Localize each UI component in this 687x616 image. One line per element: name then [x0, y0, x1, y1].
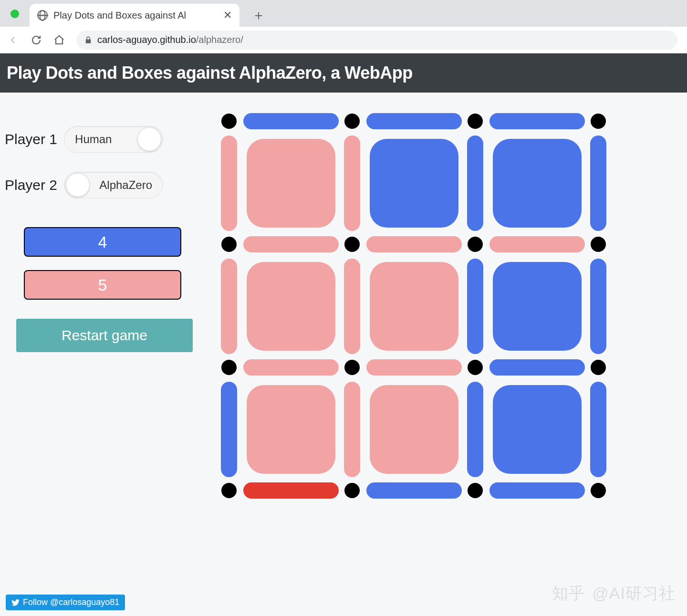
dot-1-0 — [221, 237, 237, 252]
reload-button[interactable] — [27, 31, 46, 50]
player2-toggle-text: AlphaZero — [99, 178, 152, 192]
edge-h-0-0[interactable] — [243, 113, 339, 129]
box-2-0 — [247, 385, 335, 474]
new-tab-button[interactable]: ＋ — [249, 6, 268, 25]
player2-label: Player 2 — [5, 177, 57, 193]
dot-1-3 — [591, 237, 606, 252]
url-host: carlos-aguayo.github.io — [97, 34, 196, 45]
edge-h-3-1[interactable] — [366, 482, 462, 499]
edge-h-1-1[interactable] — [366, 236, 462, 252]
home-button[interactable] — [50, 31, 69, 50]
dot-2-0 — [221, 360, 237, 375]
edge-v-0-0[interactable] — [221, 136, 237, 231]
dot-1-1 — [344, 237, 360, 252]
edge-v-0-2[interactable] — [467, 136, 483, 231]
url-path: /alphazero/ — [196, 34, 243, 45]
edge-v-2-0[interactable] — [221, 382, 237, 477]
score-player2: 5 — [24, 270, 181, 300]
box-2-2 — [493, 385, 582, 474]
box-0-0 — [247, 139, 335, 228]
twitter-follow-button[interactable]: Follow @carlosaguayo81 — [6, 595, 125, 610]
edge-h-1-0[interactable] — [243, 236, 339, 252]
dot-0-0 — [221, 114, 237, 129]
sidebar: Player 1 Human Player 2 AlphaZero 4 5 Re… — [5, 112, 205, 503]
page-body: Play Dots and Boxes against AlphaZero, a… — [0, 53, 687, 616]
game-board — [219, 112, 611, 503]
watermark: 知乎 @AI研习社 — [552, 583, 676, 605]
box-1-2 — [493, 262, 582, 351]
tab-title: Play Dots and Boxes against Al — [53, 10, 218, 21]
globe-icon — [37, 10, 48, 21]
dot-3-2 — [468, 483, 483, 498]
player2-toggle[interactable]: AlphaZero — [64, 172, 163, 198]
player1-toggle[interactable]: Human — [64, 126, 163, 153]
url-text: carlos-aguayo.github.io/alphazero/ — [97, 34, 243, 45]
close-icon[interactable]: ✕ — [223, 9, 232, 21]
edge-h-3-0[interactable] — [243, 482, 339, 499]
edge-h-0-1[interactable] — [366, 113, 462, 129]
dot-3-1 — [344, 483, 360, 498]
twitter-follow-text: Follow @carlosaguayo81 — [23, 597, 119, 607]
edge-h-1-2[interactable] — [489, 236, 585, 252]
dot-3-3 — [591, 483, 606, 498]
window-traffic-light-green[interactable] — [10, 10, 19, 18]
watermark-brand: 知乎 — [552, 583, 585, 605]
dot-2-2 — [468, 360, 483, 375]
edge-h-2-2[interactable] — [489, 359, 585, 376]
browser-tab[interactable]: Play Dots and Boxes against Al ✕ — [30, 4, 239, 27]
address-bar[interactable]: carlos-aguayo.github.io/alphazero/ — [76, 31, 677, 50]
dot-3-0 — [221, 483, 237, 498]
edge-h-2-1[interactable] — [366, 359, 462, 376]
twitter-icon — [11, 598, 20, 607]
edge-v-1-3[interactable] — [590, 259, 606, 354]
dot-2-3 — [591, 360, 606, 375]
box-0-2 — [493, 139, 582, 228]
back-button[interactable] — [4, 31, 23, 50]
edge-v-0-3[interactable] — [590, 136, 606, 231]
lock-icon — [84, 36, 93, 44]
dot-2-1 — [344, 360, 360, 375]
edge-h-0-2[interactable] — [489, 113, 585, 129]
edge-v-1-2[interactable] — [467, 259, 483, 354]
restart-button[interactable]: Restart game — [16, 319, 193, 352]
edge-v-0-1[interactable] — [344, 136, 360, 231]
box-2-1 — [370, 385, 458, 474]
toggle-knob — [138, 128, 161, 151]
browser-tab-strip: Play Dots and Boxes against Al ✕ ＋ — [0, 0, 687, 27]
edge-v-2-1[interactable] — [344, 382, 360, 477]
edge-v-2-3[interactable] — [590, 382, 606, 477]
player1-label: Player 1 — [5, 131, 57, 147]
player1-toggle-text: Human — [75, 133, 112, 146]
page-title: Play Dots and Boxes against AlphaZero, a… — [7, 63, 680, 83]
browser-toolbar: carlos-aguayo.github.io/alphazero/ — [0, 27, 687, 53]
edge-v-2-2[interactable] — [467, 382, 483, 477]
box-1-0 — [247, 262, 335, 351]
page-header: Play Dots and Boxes against AlphaZero, a… — [0, 53, 687, 93]
dot-0-2 — [468, 114, 483, 129]
score-player1: 4 — [24, 227, 181, 257]
edge-h-3-2[interactable] — [489, 482, 585, 499]
edge-v-1-0[interactable] — [221, 259, 237, 354]
dot-1-2 — [468, 237, 483, 252]
toggle-knob — [66, 174, 89, 197]
box-1-1 — [370, 262, 458, 351]
box-0-1 — [370, 139, 458, 228]
watermark-author: @AI研习社 — [592, 583, 676, 605]
dot-0-1 — [344, 114, 360, 129]
dot-0-3 — [591, 114, 606, 129]
edge-v-1-1[interactable] — [344, 259, 360, 354]
edge-h-2-0[interactable] — [243, 359, 339, 376]
